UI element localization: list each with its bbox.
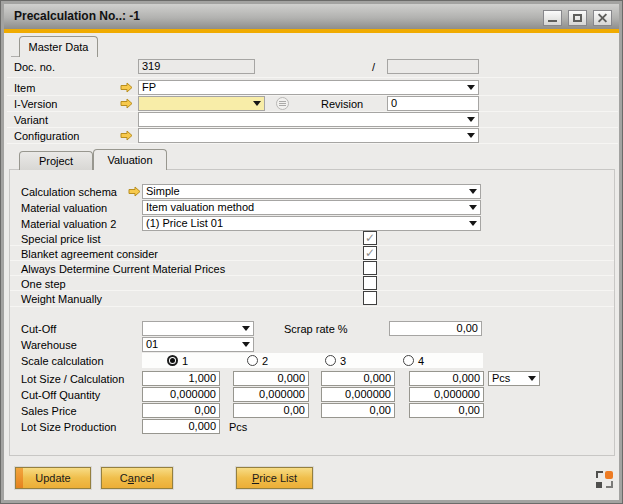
i-version-link-arrow-icon[interactable] <box>120 98 133 109</box>
radio[interactable] <box>167 355 178 366</box>
item-combo-value: FP <box>142 81 156 93</box>
cut-off-qty-input-4[interactable]: 0,000000 <box>409 387 484 402</box>
radio[interactable] <box>247 355 258 366</box>
checkbox[interactable] <box>363 246 377 260</box>
scrap-rate-input[interactable]: 0,00 <box>389 321 482 336</box>
special-price-list-label: Special price list <box>21 232 100 247</box>
warehouse-value: 01 <box>146 338 158 350</box>
radio-label-2: 2 <box>262 354 268 369</box>
maximize-button[interactable] <box>568 10 587 26</box>
chevron-down-icon <box>467 117 475 122</box>
material-valuation-combo[interactable]: Item valuation method <box>142 200 481 215</box>
sales-price-input-4[interactable]: 0,00 <box>409 403 484 418</box>
minimize-icon <box>548 20 557 22</box>
configuration-combo[interactable] <box>138 128 479 143</box>
doc-no-label: Doc. no. <box>14 60 55 75</box>
tab-master-data[interactable]: Master Data <box>19 36 98 57</box>
uom-combo[interactable]: Pcs <box>488 371 540 386</box>
revision-input[interactable]: 0 <box>387 96 479 111</box>
radio-label-3: 3 <box>340 354 346 369</box>
sales-price-input-2[interactable]: 0,00 <box>233 403 309 418</box>
lot-size-input-1[interactable]: 1,000 <box>142 371 220 386</box>
always-determine-prices-label: Always Determine Current Material Prices <box>21 262 225 277</box>
i-version-label: I-Version <box>14 97 57 112</box>
one-step-label: One step <box>21 277 66 292</box>
uom-value: Pcs <box>492 372 510 384</box>
price-list-button[interactable]: Price List <box>236 467 313 489</box>
sales-price-input-3[interactable]: 0,00 <box>321 403 395 418</box>
radio[interactable] <box>325 355 336 366</box>
cancel-button[interactable]: Cancel <box>101 467 173 489</box>
checkbox[interactable] <box>363 261 377 275</box>
i-version-combo[interactable] <box>138 96 265 111</box>
radio-label-1: 1 <box>182 354 188 369</box>
material-valuation-2-combo[interactable]: (1) Price List 01 <box>142 216 481 231</box>
scale-calculation-strip <box>142 353 483 368</box>
item-combo[interactable]: FP <box>138 80 479 95</box>
tab-project[interactable]: Project <box>19 151 93 170</box>
chevron-down-icon <box>467 85 475 90</box>
configuration-link-arrow-icon[interactable] <box>120 130 133 141</box>
material-valuation-value: Item valuation method <box>146 201 254 213</box>
checkbox[interactable] <box>363 276 377 290</box>
variant-combo[interactable] <box>138 112 479 127</box>
chevron-down-icon <box>469 189 477 194</box>
expand-form-icon[interactable] <box>596 471 613 488</box>
doc-no-separator: / <box>372 60 375 75</box>
cut-off-qty-input-1[interactable]: 0,000000 <box>142 387 220 402</box>
warehouse-label: Warehouse <box>21 338 77 353</box>
lot-size-input-4[interactable]: 0,000 <box>409 371 484 386</box>
cut-off-qty-input-3[interactable]: 0,000000 <box>321 387 395 402</box>
lot-size-production-unit: Pcs <box>229 420 247 435</box>
lot-size-production-label: Lot Size Production <box>21 420 116 435</box>
chevron-down-icon <box>242 326 250 331</box>
item-label: Item <box>14 81 35 96</box>
material-valuation-2-label: Material valuation 2 <box>21 217 116 232</box>
lot-size-input-2[interactable]: 0,000 <box>233 371 309 386</box>
close-button[interactable] <box>593 10 612 26</box>
material-valuation-2-value: (1) Price List 01 <box>146 217 223 229</box>
doc-no-suffix-input[interactable] <box>387 59 479 74</box>
configuration-label: Configuration <box>14 129 79 144</box>
chevron-down-icon <box>528 376 536 381</box>
lot-size-production-input[interactable]: 0,000 <box>142 419 220 434</box>
default-button-accent <box>16 468 23 488</box>
chevron-down-icon <box>253 101 261 106</box>
warehouse-combo[interactable]: 01 <box>142 337 254 352</box>
maximize-icon <box>573 14 582 22</box>
tab-valuation[interactable]: Valuation <box>93 149 167 170</box>
calculation-schema-link-arrow-icon[interactable] <box>128 186 141 197</box>
sales-price-input-1[interactable]: 0,00 <box>142 403 220 418</box>
chevron-down-icon <box>469 221 477 226</box>
calculation-schema-label: Calculation schema <box>21 185 117 200</box>
precalculation-window: Precalculation No..: -1 Master Data Doc.… <box>0 0 623 504</box>
cut-off-combo[interactable] <box>142 321 254 336</box>
tab-master-data-label: Master Data <box>29 41 89 53</box>
revision-label: Revision <box>321 97 363 112</box>
scrap-rate-label: Scrap rate % <box>284 322 348 337</box>
tab-project-label: Project <box>39 155 73 167</box>
variant-label: Variant <box>14 113 48 128</box>
calculation-schema-value: Simple <box>146 185 180 197</box>
blanket-agreement-label: Blanket agreement consider <box>21 247 158 262</box>
radio[interactable] <box>403 355 414 366</box>
scale-calculation-label: Scale calculation <box>21 354 104 369</box>
cut-off-qty-input-2[interactable]: 0,000000 <box>233 387 309 402</box>
minimize-button[interactable] <box>543 10 562 26</box>
item-link-arrow-icon[interactable] <box>120 82 133 93</box>
checkbox[interactable] <box>363 231 377 245</box>
lot-size-input-3[interactable]: 0,000 <box>321 371 395 386</box>
checkbox[interactable] <box>363 291 377 305</box>
title-bar[interactable]: Precalculation No..: -1 <box>4 4 619 29</box>
window-title: Precalculation No..: -1 <box>14 4 140 29</box>
update-button[interactable]: Update <box>15 467 91 489</box>
chevron-down-icon <box>467 133 475 138</box>
sales-price-label: Sales Price <box>21 404 77 419</box>
calculation-schema-combo[interactable]: Simple <box>142 184 481 199</box>
chevron-down-icon <box>242 342 250 347</box>
doc-no-input[interactable]: 319 <box>138 59 255 74</box>
lot-size-calculation-label: Lot Size / Calculation <box>21 372 124 387</box>
tab-valuation-label: Valuation <box>107 154 152 166</box>
material-valuation-label: Material valuation <box>21 201 107 216</box>
version-list-icon[interactable] <box>276 97 289 110</box>
